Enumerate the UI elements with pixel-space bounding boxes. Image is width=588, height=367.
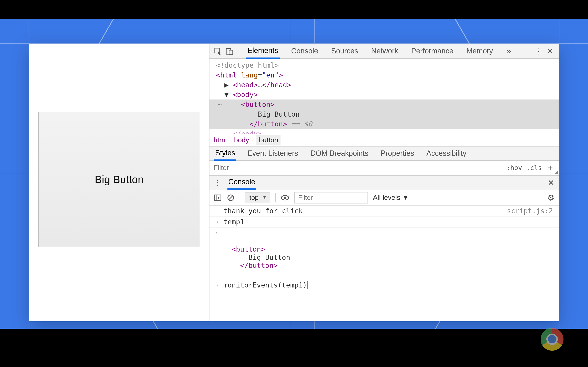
hov-toggle[interactable]: :hov [506, 164, 522, 172]
console-filter-input[interactable] [295, 192, 368, 203]
tab-sources[interactable]: Sources [329, 44, 360, 58]
new-style-rule-icon[interactable]: + [546, 162, 554, 173]
dom-breadcrumb: html body button [209, 134, 559, 147]
tab-network[interactable]: Network [370, 44, 400, 58]
console-prompt[interactable]: › monitorEvents(temp1) [209, 279, 559, 291]
clear-console-icon[interactable] [227, 193, 235, 202]
dom-doctype: <!doctype html> [216, 61, 279, 69]
subtab-properties[interactable]: Properties [380, 147, 415, 160]
dom-selected-node[interactable]: <button> [209, 100, 559, 109]
svg-line-6 [229, 196, 233, 200]
subtab-styles[interactable]: Styles [214, 147, 236, 160]
breadcrumb-button[interactable]: button [256, 135, 281, 145]
dom-node-menu-icon[interactable]: ⋯ [218, 100, 222, 109]
drawer-tab-console[interactable]: Console [227, 176, 256, 190]
device-toggle-icon[interactable] [225, 47, 234, 56]
resize-corner-icon[interactable] [554, 171, 558, 174]
console-current-input: monitorEvents(temp1) [223, 281, 307, 289]
console-history-cmd: temp1 [223, 218, 553, 226]
console-log-source-link[interactable]: script.js:2 [507, 207, 553, 215]
breadcrumb-body[interactable]: body [234, 136, 249, 144]
big-button[interactable]: Big Button [38, 112, 200, 247]
tab-elements[interactable]: Elements [246, 44, 280, 58]
console-log-line: thank you for click script.js:2 [209, 206, 559, 217]
svg-rect-3 [214, 195, 221, 200]
browser-window: Big Button Elements Console Sources Netw… [29, 44, 559, 321]
cls-toggle[interactable]: .cls [526, 164, 542, 172]
svg-point-8 [284, 196, 286, 199]
drawer-menu-icon[interactable]: ⋮ [214, 178, 221, 187]
chrome-logo-icon [541, 328, 563, 351]
console-settings-icon[interactable]: ⚙ [547, 193, 554, 202]
subtab-dom-breakpoints[interactable]: DOM Breakpoints [310, 147, 369, 160]
page-viewport: Big Button [29, 44, 209, 321]
console-levels-select[interactable]: All levels ▼ [373, 193, 409, 202]
console-drawer-header: ⋮ Console ✕ [209, 175, 559, 190]
devtools-main-toolbar: Elements Console Sources Network Perform… [209, 44, 559, 59]
tab-console[interactable]: Console [290, 44, 320, 58]
tab-memory[interactable]: Memory [465, 44, 494, 58]
console-output: thank you for click script.js:2 › temp1 … [209, 206, 559, 321]
devtools-menu-icon[interactable]: ⋮ [534, 47, 543, 56]
devtools-tabstrip: Elements Console Sources Network Perform… [246, 44, 532, 58]
console-log-text: thank you for click [223, 207, 507, 215]
inspect-element-icon[interactable] [214, 47, 223, 56]
elements-subtabs: Styles Event Listeners DOM Breakpoints P… [209, 147, 559, 161]
live-expression-icon[interactable] [281, 193, 290, 202]
breadcrumb-html[interactable]: html [214, 136, 227, 144]
console-toolbar: top All levels ▼ ⚙ [209, 190, 559, 206]
tabs-overflow-icon[interactable]: » [504, 47, 513, 56]
dollar-zero-hint: == $0 [287, 120, 312, 128]
devtools-panel: Elements Console Sources Network Perform… [209, 44, 559, 321]
devtools-close-icon[interactable]: ✕ [545, 47, 554, 56]
styles-filter-bar: :hov .cls + [209, 161, 559, 175]
subtab-event-listeners[interactable]: Event Listeners [247, 147, 299, 160]
tab-performance[interactable]: Performance [410, 44, 455, 58]
dom-tree[interactable]: <!doctype html> <html lang="en"> ▶ <head… [209, 59, 559, 134]
console-sidebar-toggle-icon[interactable] [214, 193, 222, 202]
subtab-accessibility[interactable]: Accessibility [425, 147, 467, 160]
drawer-close-icon[interactable]: ✕ [548, 178, 554, 188]
styles-filter-input[interactable] [214, 164, 502, 172]
dom-button-text: Big Button [258, 110, 300, 118]
console-history-line: › temp1 [209, 217, 559, 227]
console-result-line: ‹ <button> Big Button </button> [209, 227, 559, 279]
console-context-select[interactable]: top [245, 192, 270, 203]
svg-rect-2 [229, 50, 233, 54]
